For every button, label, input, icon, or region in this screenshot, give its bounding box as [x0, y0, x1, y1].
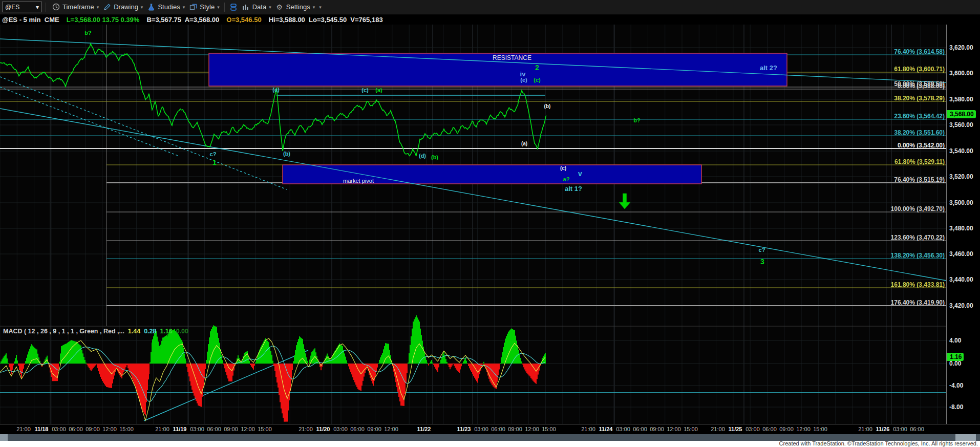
axis-tick: 3,600.00 [949, 70, 973, 77]
axis-tick: 3,620.00 [949, 44, 973, 51]
time-axis-time: 12:00 [525, 426, 539, 432]
fib-level-label: 76.40% (3,614.58) [894, 48, 945, 55]
macd-study-label[interactable]: MACD ( 12 , 26 , 9 , 1 , 1 , Green , Red… [3, 328, 192, 335]
time-axis-time: 12:00 [241, 426, 255, 432]
symbol-status-bar: @ES - 5 min CMEL=3,568.00 13.75 0.39%B=3… [0, 14, 980, 25]
time-axis-time: 09:00 [779, 426, 794, 432]
menu-style[interactable]: Style▾ [187, 0, 221, 14]
trendline[interactable] [0, 87, 179, 156]
axis-tick: -8.00 [949, 403, 963, 411]
time-axis-time: 03:00 [333, 426, 348, 432]
menu-data[interactable]: Data▾ [240, 0, 273, 14]
market-pivot-zone[interactable] [283, 165, 701, 184]
fib-level-label: 61.80% (3,529.11) [894, 158, 945, 165]
scrollbar-left-thumb[interactable] [0, 434, 8, 441]
menu-timeframe[interactable]: Timeframe▾ [50, 0, 101, 14]
axis-tick: 3,460.00 [949, 250, 973, 258]
time-axis-date: 11/19 [173, 426, 187, 432]
fib-level-label: 61.80% (3,600.71) [894, 66, 945, 73]
menu-overflow[interactable]: ▾ [317, 0, 324, 14]
time-axis-time: 12:00 [667, 426, 681, 432]
chevron-down-icon: ▾ [313, 5, 315, 10]
menu-settings[interactable]: ⚙Settings▾ [273, 0, 317, 14]
symbol-input[interactable]: @ES ▾ [2, 2, 42, 12]
chevron-down-icon: ▾ [269, 5, 271, 10]
time-axis-time: 09:00 [224, 426, 238, 432]
time-axis-time: 09:00 [367, 426, 381, 432]
style-icon [189, 3, 197, 11]
time-axis-time: 03:00 [745, 426, 760, 432]
chevron-down-icon: ▾ [97, 5, 99, 10]
time-axis-time: 15:00 [684, 426, 698, 432]
axis-tick: 3,420.00 [949, 302, 973, 309]
clock-icon [52, 3, 60, 11]
status-segment: O=3,546.50 [226, 16, 261, 24]
time-axis-time: 09:00 [86, 426, 100, 432]
time-axis-time: 06:00 [69, 426, 83, 432]
resistance-zone[interactable] [209, 53, 787, 86]
layers-icon [229, 3, 238, 11]
chevron-down-icon: ▾ [141, 5, 143, 10]
axis-tick: 4.00 [949, 337, 961, 344]
axis-tick: 3,500.00 [949, 199, 973, 206]
time-axis-date: 11/25 [729, 426, 742, 432]
axis-tick: 3,540.00 [949, 147, 973, 155]
chevron-down-icon: ▾ [183, 5, 185, 10]
time-axis-time: 06:00 [491, 426, 505, 432]
status-segment: Hi=3,588.00 Lo=3,545.50 V=765,183 [269, 16, 383, 24]
time-axis-time: 06:00 [350, 426, 365, 432]
chart-surface[interactable]: b?RESISTANCE2iv(e)(c)alt 2?(a)(c)(a)(b)b… [0, 25, 946, 424]
price-macd-chart [0, 25, 946, 424]
macd-value-badge: 1.16 [947, 353, 964, 361]
time-axis-time: 12:00 [384, 426, 398, 432]
time-axis-date: 11/23 [457, 426, 471, 432]
flask-icon [147, 3, 155, 11]
time-axis-date: 11/20 [316, 426, 330, 432]
fib-level-label: 138.20% (3,456.30) [891, 252, 945, 259]
menu-drawing[interactable]: Drawing▾ [101, 0, 145, 14]
bars-icon [242, 3, 250, 11]
time-axis-date: 11/24 [599, 426, 613, 432]
time-axis-time: 15:00 [258, 426, 272, 432]
symbol-value: @ES [5, 4, 19, 11]
chart-toolbar: @ES ▾ Timeframe▾Drawing▾Studies▾Style▾Da… [0, 0, 980, 14]
fib-level-label: 123.60% (3,470.22) [891, 234, 945, 241]
time-axis-time: 15:00 [119, 426, 134, 432]
time-axis-time: 03:00 [616, 426, 630, 432]
toolbar-separator [46, 3, 46, 12]
fib-level-label: 0.00% (3,588.00) [898, 82, 945, 90]
gear-icon: ⚙ [275, 3, 284, 11]
time-axis-time: 06:00 [762, 426, 777, 432]
time-axis-time: 12:00 [102, 426, 117, 432]
status-segment: B=3,567.75 A=3,568.00 [146, 16, 219, 24]
fib-level-label: 0.00% (3,542.00) [898, 142, 945, 149]
last-price-badge: 3,568.00 [947, 110, 976, 118]
time-axis-time: 21:00 [581, 426, 595, 432]
time-axis-time: 09:00 [650, 426, 664, 432]
time-axis-time: 21:00 [16, 426, 31, 432]
menu-studies[interactable]: Studies▾ [145, 0, 187, 14]
time-axis[interactable]: 21:0011/1803:0006:0009:0012:0015:0021:00… [0, 424, 980, 435]
time-axis-time: 15:00 [813, 426, 827, 432]
pencil-icon [103, 3, 111, 11]
time-axis-time: 09:00 [508, 426, 522, 432]
time-axis-time: 21:00 [858, 426, 872, 432]
status-segment: L=3,568.00 13.75 0.39% [67, 16, 140, 24]
time-axis-time: 06:00 [910, 426, 924, 432]
down-arrow-icon[interactable] [619, 194, 630, 209]
layers-icon[interactable] [227, 0, 240, 14]
fib-level-label: 76.40% (3,515.19) [894, 176, 945, 183]
time-axis-time: 12:00 [796, 426, 811, 432]
time-axis-time: 21:00 [711, 426, 725, 432]
time-axis-date: 11/26 [876, 426, 890, 432]
price-axis[interactable]: 3,620.003,600.003,580.003,560.003,540.00… [946, 25, 980, 424]
trendline[interactable] [0, 109, 946, 287]
fib-level-label: 38.20% (3,578.29) [894, 95, 945, 102]
axis-tick: 0.00 [949, 360, 961, 367]
time-axis-time: 03:00 [52, 426, 66, 432]
axis-tick: 3,520.00 [949, 173, 973, 180]
axis-tick: 3,580.00 [949, 96, 973, 103]
chevron-down-icon: ▾ [217, 5, 220, 10]
time-axis-time: 03:00 [893, 426, 907, 432]
time-axis-time: 06:00 [207, 426, 221, 432]
